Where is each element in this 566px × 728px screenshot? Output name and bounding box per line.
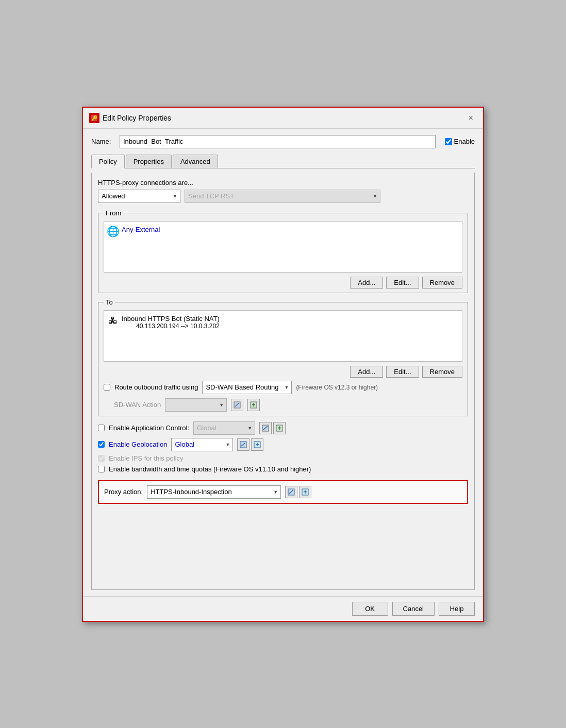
dialog-title: Edit Policy Properties [103,114,171,122]
dialog-footer: OK Cancel Help [83,596,483,621]
dialog-body: Name: Enable Policy Properties Advanced … [83,129,483,596]
geolocation-label[interactable]: Enable Geolocation [109,441,167,448]
ips-label: Enable IPS for this policy [109,454,184,462]
to-section: To 🖧 Inbound HTTPS Bot (Static NAT) 40.1… [98,298,468,416]
sdwan-action-dropdown-wrapper [165,398,227,412]
route-outbound-checkbox[interactable] [104,384,110,391]
sdwan-routing-dropdown[interactable]: SD-WAN Based Routing [202,381,292,394]
from-add-button[interactable]: Add... [350,277,383,289]
to-edit-button[interactable]: Edit... [386,366,419,378]
svg-text:+: + [304,488,307,496]
app-control-dropdown[interactable]: Global [193,421,255,435]
from-item: 🌐 Any-External [107,225,459,238]
bandwidth-row: Enable bandwidth and time quotas (Firewa… [98,465,468,473]
new-icon-appcontrol: + [276,425,283,432]
proxy-action-dropdown-wrapper[interactable]: HTTPS-Inbound-Inspection [147,485,281,499]
sdwan-routing-dropdown-wrapper[interactable]: SD-WAN Based Routing [202,381,292,394]
to-buttons: Add... Edit... Remove [104,366,462,378]
from-edit-button[interactable]: Edit... [386,277,419,289]
from-buttons: Add... Edit... Remove [104,277,462,289]
help-button[interactable]: Help [439,602,475,616]
title-bar-left: 🔑 Edit Policy Properties [89,113,171,123]
https-action-dropdown-wrapper[interactable]: Allowed Denied [98,190,180,203]
to-box: 🖧 Inbound HTTPS Bot (Static NAT) 40.113.… [104,310,462,362]
new-icon-geo: + [254,441,261,448]
edit-icon-appcontrol [262,425,269,432]
bandwidth-label: Enable bandwidth and time quotas (Firewa… [109,465,311,473]
bandwidth-checkbox[interactable] [98,466,105,472]
name-label: Name: [91,138,114,145]
new-icon-proxy: + [302,488,309,496]
to-legend: To [104,298,115,306]
svg-text:🔑: 🔑 [91,115,98,122]
geolocation-row: Enable Geolocation Global [98,438,468,451]
from-section: From 🌐 Any-External Add... Edit... Remov… [98,209,468,293]
https-action-dropdown[interactable]: Allowed Denied [98,190,180,203]
proxy-action-new-button[interactable]: + [299,486,311,498]
from-box: 🌐 Any-External [104,221,462,273]
geolocation-dropdown[interactable]: Global [171,438,233,451]
ips-row: Enable IPS for this policy [98,454,468,462]
close-button[interactable]: × [465,112,477,124]
https-action2-dropdown[interactable]: Send TCP RST [185,190,380,203]
route-outbound-row: Route outbound traffic using SD-WAN Base… [104,381,462,394]
https-action2-dropdown-wrapper[interactable]: Send TCP RST [185,190,380,203]
to-remove-button[interactable]: Remove [422,366,462,378]
to-item: 🖧 Inbound HTTPS Bot (Static NAT) 40.113.… [107,314,459,331]
dialog-icon: 🔑 [89,113,99,123]
geolocation-edit-button[interactable] [237,438,249,451]
ips-checkbox [98,455,105,462]
svg-text:+: + [256,441,259,448]
tab-bar: Policy Properties Advanced [91,155,475,168]
app-control-edit-button[interactable] [259,422,272,434]
from-legend: From [104,209,123,217]
enable-checkbox[interactable] [445,138,452,145]
cancel-button[interactable]: Cancel [392,602,435,616]
proxy-action-dropdown[interactable]: HTTPS-Inbound-Inspection [147,485,281,499]
name-input[interactable] [120,135,436,148]
sdwan-edit-icon-button[interactable] [231,399,243,411]
to-item-text: Inbound HTTPS Bot (Static NAT) [122,315,220,323]
tab-content-policy: HTTPS-proxy connections are... Allowed D… [91,173,475,590]
proxy-action-edit-button[interactable] [285,486,297,498]
app-control-label: Enable Application Control: [109,424,189,432]
svg-text:+: + [278,425,281,432]
app-control-row: Enable Application Control: Global [98,421,468,435]
tab-policy[interactable]: Policy [91,155,125,168]
app-control-new-button[interactable]: + [273,422,286,434]
route-outbound-label: Route outbound traffic using [114,383,198,391]
enable-label: Enable [454,138,475,145]
tab-advanced[interactable]: Advanced [173,155,218,168]
sdwan-action-dropdown[interactable] [165,398,227,412]
sdwan-action-label: SD-WAN Action [114,401,161,409]
route-note: (Fireware OS v12.3 or higher) [296,384,378,391]
to-add-button[interactable]: Add... [350,366,383,378]
new-icon: + [250,401,257,409]
any-external-icon: 🌐 [107,226,119,237]
inbound-https-icon: 🖧 [107,315,119,326]
from-remove-button[interactable]: Remove [422,277,462,289]
https-label: HTTPS-proxy connections are... [98,179,468,187]
to-item-content: Inbound HTTPS Bot (Static NAT) 40.113.20… [122,315,220,330]
geolocation-checkbox[interactable] [98,441,105,448]
from-item-text: Any-External [122,226,160,233]
sdwan-new-icon-button[interactable]: + [247,399,260,411]
edit-icon-geo [240,441,247,448]
sdwan-action-row: SD-WAN Action [114,398,462,412]
name-row: Name: Enable [91,135,475,148]
geolocation-dropdown-wrapper[interactable]: Global [171,438,233,451]
tab-properties[interactable]: Properties [126,155,172,168]
geolocation-new-button[interactable]: + [251,438,263,451]
proxy-action-icons: + [285,486,311,498]
title-bar: 🔑 Edit Policy Properties × [83,108,483,129]
to-item-subtext: 40.113.200.194 --> 10.0.3.202 [136,323,220,330]
proxy-action-row: Proxy action: HTTPS-Inbound-Inspection [98,480,468,504]
edit-icon [234,401,241,409]
geolocation-icons: + [237,438,263,451]
app-control-dropdown-wrapper: Global [193,421,255,435]
app-control-checkbox[interactable] [98,425,105,431]
ok-button[interactable]: OK [352,602,388,616]
enable-checkbox-group: Enable [445,138,475,145]
options-section: Enable Application Control: Global [98,421,468,504]
app-control-icons: + [259,422,286,434]
